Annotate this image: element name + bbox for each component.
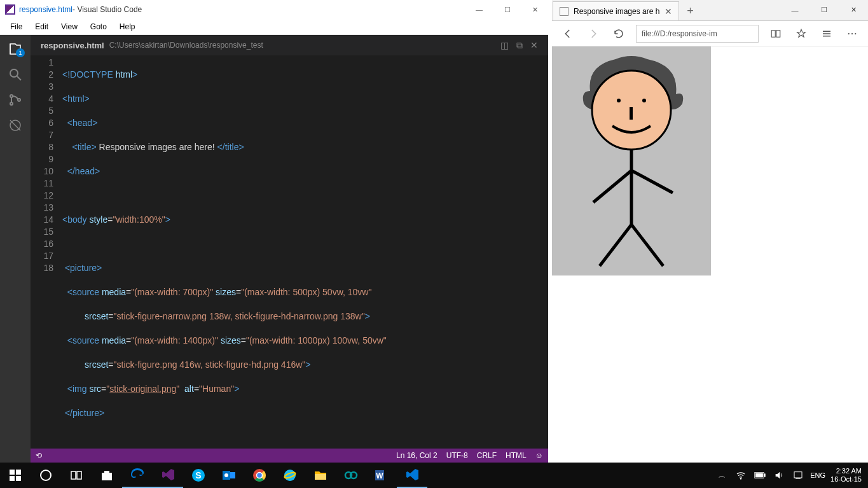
svg-point-13 [851, 32, 853, 34]
svg-rect-27 [16, 476, 21, 481]
svg-line-21 [631, 171, 673, 193]
menu-help[interactable]: Help [114, 21, 141, 32]
svg-point-14 [855, 32, 856, 34]
more-icon[interactable] [841, 24, 863, 44]
favorite-icon[interactable] [790, 24, 812, 44]
split-editor-icon[interactable]: ◫ [500, 40, 509, 51]
svg-point-16 [617, 99, 621, 102]
explorer-taskbar-icon[interactable] [305, 463, 336, 488]
close-tab-icon[interactable]: ✕ [665, 6, 672, 17]
edge-tabstrip: Responsive images are h ✕ + — ☐ ✕ [552, 0, 868, 21]
svg-rect-50 [764, 474, 766, 477]
editor-tab-header: responsive.html C:\Users\sakirtan\Downlo… [31, 35, 548, 55]
svg-rect-34 [230, 472, 235, 478]
forward-button[interactable] [582, 24, 604, 44]
clock[interactable]: 2:32 AM16-Oct-15 [830, 467, 862, 484]
explorer-icon[interactable]: 1 [6, 40, 24, 58]
svg-point-28 [41, 470, 51, 480]
store-icon[interactable] [92, 463, 122, 488]
search-icon[interactable] [6, 66, 24, 83]
vscode-menubar: File Edit View Goto Help [0, 19, 548, 35]
menu-goto[interactable]: Goto [85, 21, 112, 32]
maximize-button[interactable]: ☐ [499, 4, 516, 15]
editor-more-icon[interactable]: ⧉ [516, 40, 523, 51]
start-button[interactable] [0, 463, 31, 488]
page-content [552, 46, 868, 463]
svg-rect-24 [10, 470, 15, 475]
system-tray: ︿ ENG 2:32 AM16-Oct-15 [715, 467, 868, 484]
battery-icon[interactable] [753, 471, 767, 479]
cortana-icon[interactable] [31, 463, 61, 488]
edge-taskbar-icon[interactable] [122, 463, 153, 488]
debug-icon[interactable] [6, 116, 24, 134]
address-bar[interactable]: file:///D:/responsive-im [636, 25, 759, 43]
close-button[interactable]: ✕ [527, 4, 543, 15]
vscode-titlebar[interactable]: responsive.html - Visual Studio Code — ☐… [0, 0, 548, 19]
svg-text:W: W [376, 471, 383, 480]
close-editor-icon[interactable]: ✕ [530, 40, 538, 51]
svg-point-2 [10, 95, 13, 97]
page-icon [560, 7, 568, 16]
svg-point-17 [642, 99, 646, 102]
vscode-taskbar-icon[interactable] [397, 463, 427, 488]
vs-taskbar-icon[interactable] [153, 463, 183, 488]
edge-window: Responsive images are h ✕ + — ☐ ✕ file:/… [552, 0, 868, 463]
tab-filename[interactable]: responsive.html [41, 41, 104, 50]
word-icon[interactable]: W [366, 463, 397, 488]
status-cursor[interactable]: Ln 16, Col 2 [396, 451, 437, 460]
hub-icon[interactable] [816, 24, 837, 44]
ie-icon[interactable] [275, 463, 305, 488]
reading-view-icon[interactable] [765, 24, 787, 44]
svg-rect-26 [10, 476, 15, 481]
new-tab-button[interactable]: + [679, 1, 701, 20]
notifications-icon[interactable] [791, 470, 805, 480]
svg-text:S: S [195, 470, 201, 480]
edge-maximize-button[interactable]: ☐ [809, 0, 839, 20]
vscode-window: responsive.html - Visual Studio Code — ☐… [0, 0, 548, 463]
svg-rect-25 [16, 470, 21, 475]
menu-file[interactable]: File [5, 21, 27, 32]
refresh-button[interactable] [608, 24, 630, 44]
volume-icon[interactable] [772, 470, 786, 480]
status-encoding[interactable]: UTF-8 [446, 451, 468, 460]
tray-chevron-icon[interactable]: ︿ [715, 471, 729, 480]
minimize-button[interactable]: — [471, 4, 488, 15]
browser-tab[interactable]: Responsive images are h ✕ [553, 1, 679, 20]
svg-point-12 [848, 32, 850, 34]
back-button[interactable] [557, 24, 579, 44]
svg-rect-51 [755, 473, 762, 477]
explorer-badge: 1 [16, 48, 25, 57]
git-icon[interactable] [6, 91, 24, 109]
svg-rect-43 [315, 474, 326, 480]
menu-view[interactable]: View [56, 21, 83, 32]
windows-taskbar: S W ︿ ENG 2:32 AM16-Oct-15 [0, 463, 868, 488]
svg-line-23 [631, 225, 663, 266]
outlook-icon[interactable] [214, 463, 244, 488]
status-feedback-icon[interactable]: ☺ [535, 451, 543, 460]
vscode-logo-icon [5, 4, 15, 15]
taskview-icon[interactable] [61, 463, 92, 488]
skype-icon[interactable]: S [183, 463, 214, 488]
arduino-icon[interactable] [336, 463, 366, 488]
line-gutter: 123456789101112131415161718 [31, 55, 62, 449]
title-filename: responsive.html [19, 5, 72, 14]
svg-line-1 [17, 76, 21, 80]
edge-minimize-button[interactable]: — [780, 0, 809, 20]
status-bar: ⟲ Ln 16, Col 2 UTF-8 CRLF HTML ☺ [31, 449, 548, 463]
language-indicator[interactable]: ENG [810, 471, 825, 479]
status-lang[interactable]: HTML [506, 451, 527, 460]
wifi-icon[interactable] [734, 470, 748, 480]
svg-line-20 [593, 171, 631, 202]
edge-close-button[interactable]: ✕ [839, 0, 868, 20]
menu-edit[interactable]: Edit [30, 21, 53, 32]
svg-point-3 [10, 102, 13, 105]
chrome-icon[interactable] [244, 463, 275, 488]
status-eol[interactable]: CRLF [477, 451, 497, 460]
svg-line-22 [600, 225, 631, 266]
code-content[interactable]: <!DOCTYPE html> <html> <head> <title> Re… [62, 55, 548, 449]
title-app: - Visual Studio Code [72, 5, 142, 14]
svg-rect-30 [77, 471, 81, 479]
stick-figure-image [552, 46, 711, 275]
status-sync-icon[interactable]: ⟲ [36, 451, 42, 460]
code-editor[interactable]: 123456789101112131415161718 <!DOCTYPE ht… [31, 55, 548, 449]
